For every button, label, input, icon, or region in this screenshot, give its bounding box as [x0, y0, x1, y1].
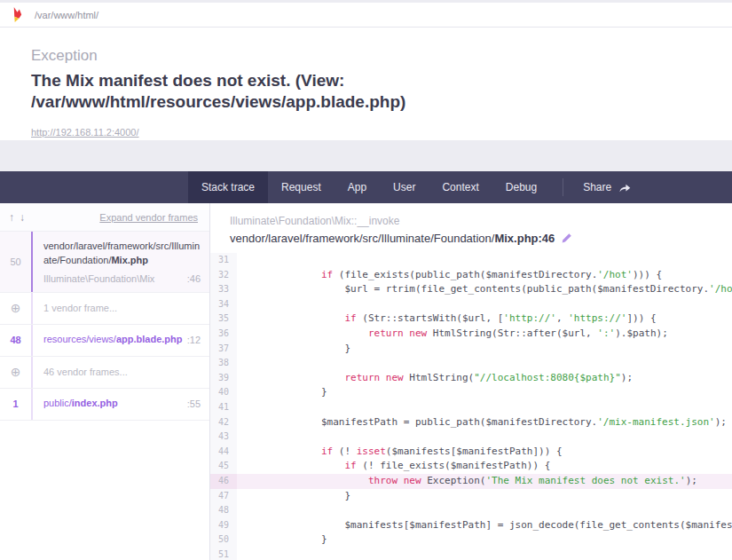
- code-line: 35 if (Str::startsWith($url, ['http://',…: [210, 312, 732, 327]
- expand-plus-icon[interactable]: ⊕: [11, 366, 21, 378]
- app-header: /var/www/html/: [0, 3, 732, 28]
- line-number: 42: [210, 415, 237, 430]
- code-viewer: 3132 if (file_exists(public_path($manife…: [210, 253, 732, 560]
- code-text: return new HtmlString(Str::after($url, '…: [237, 327, 732, 342]
- line-number: 38: [210, 356, 237, 371]
- code-line: 47 }: [210, 489, 732, 504]
- code-line: 37 }: [210, 342, 732, 357]
- app-path: /var/www/html/: [35, 10, 98, 20]
- code-text: if (! isset($manifests[$manifestPath])) …: [237, 445, 732, 460]
- code-line: 42 $manifestPath = public_path($manifest…: [210, 415, 732, 430]
- frame-line-number: :46: [187, 273, 201, 284]
- frame-file-path: public/index.php: [43, 397, 118, 411]
- code-text: return new HtmlString("//localhost:8080{…: [237, 371, 732, 386]
- line-number: 41: [210, 400, 237, 415]
- tab-request[interactable]: Request: [268, 171, 335, 203]
- line-number: 33: [210, 282, 237, 297]
- line-number: 47: [210, 489, 237, 504]
- line-number: 49: [210, 518, 237, 533]
- next-frame-arrow-icon[interactable]: ↓: [20, 211, 25, 224]
- frame-method-name: Illuminate\Foundation\Mix::__invoke: [230, 215, 714, 227]
- frame-file-path: vendor/laravel/framework/src/Illuminate/…: [230, 232, 714, 245]
- code-line: 48: [210, 503, 732, 518]
- code-text: [237, 503, 732, 518]
- nav-divider: [563, 178, 563, 196]
- expand-vendor-frames-link[interactable]: Expand vendor frames: [99, 212, 198, 223]
- tab-stack-trace[interactable]: Stack trace: [188, 171, 268, 203]
- stack-frame[interactable]: 1public/index.php:55: [0, 389, 209, 421]
- frame-class-name: Illuminate\Foundation\Mix: [43, 273, 154, 284]
- line-number: 31: [210, 253, 237, 268]
- code-line: 44 if (! isset($manifests[$manifestPath]…: [210, 445, 732, 460]
- line-number: 39: [210, 371, 237, 386]
- code-line: 33 $url = rtrim(file_get_contents(public…: [210, 282, 732, 297]
- code-text: [237, 548, 732, 560]
- request-url-link[interactable]: http://192.168.11.2:4000/: [31, 127, 139, 138]
- tab-list: Stack traceRequestAppUserContextDebug: [188, 171, 550, 203]
- expand-plus-icon[interactable]: ⊕: [11, 302, 21, 314]
- line-number: 48: [210, 503, 237, 518]
- code-line: 45 if (! file_exists($manifestPath)) {: [210, 459, 732, 474]
- tab-user[interactable]: User: [380, 171, 429, 203]
- tab-app[interactable]: App: [335, 171, 380, 203]
- vendor-frames-toggle[interactable]: ⊕46 vendor frames...: [0, 357, 209, 389]
- line-number: 36: [210, 327, 237, 342]
- code-line: 46 throw new Exception('The Mix manifest…: [210, 474, 732, 489]
- code-text: }: [237, 532, 732, 548]
- frame-body: public/index.php:55: [31, 389, 209, 420]
- line-number: 37: [210, 342, 237, 357]
- file-path-prefix: vendor/laravel/framework/src/Illuminate/…: [230, 232, 494, 245]
- code-line: 50 }: [210, 532, 732, 548]
- code-text: $manifestPath = public_path($manifestDir…: [237, 415, 732, 430]
- code-header: Illuminate\Foundation\Mix::__invoke vend…: [210, 203, 732, 253]
- code-text: }: [237, 385, 732, 400]
- code-text: throw new Exception('The Mix manifest do…: [237, 474, 732, 489]
- frame-body: resources/views/app.blade.php:12: [31, 325, 209, 356]
- vendor-frames-label: 1 vendor frame...: [43, 303, 201, 313]
- code-text: [237, 430, 732, 445]
- frame-number: ⊕: [0, 293, 31, 324]
- tab-bar: Stack traceRequestAppUserContextDebug Sh…: [0, 171, 732, 203]
- vendor-frames-label: 46 vendor frames...: [43, 367, 201, 377]
- line-number: 50: [210, 532, 237, 548]
- code-line: 51: [210, 548, 732, 560]
- frame-line-number: :55: [187, 398, 201, 409]
- frame-number: 1: [0, 389, 31, 420]
- stack-frame-list: 50vendor/laravel/framework/src/Illuminat…: [0, 232, 209, 421]
- code-text: $url = rtrim(file_get_contents(public_pa…: [237, 282, 732, 297]
- frame-body: 46 vendor frames...: [31, 357, 209, 388]
- share-button[interactable]: Share: [572, 171, 641, 203]
- line-number: 44: [210, 445, 237, 460]
- ignition-flame-icon: [11, 6, 24, 23]
- edit-pencil-icon[interactable]: [561, 233, 572, 244]
- frame-number: 50: [0, 232, 31, 292]
- file-name: Mix.php:46: [494, 232, 555, 245]
- tab-context[interactable]: Context: [429, 171, 492, 203]
- code-text: $manifests[$manifestPath] = json_decode(…: [237, 518, 732, 533]
- line-number: 40: [210, 385, 237, 400]
- frame-meta: Illuminate\Foundation\Mix:46: [43, 273, 201, 284]
- share-arrow-icon: [618, 182, 631, 193]
- code-line: 41: [210, 400, 732, 415]
- line-number: 35: [210, 312, 237, 327]
- exception-class-label: Exception: [31, 47, 701, 65]
- code-line: 38: [210, 356, 732, 371]
- vendor-frames-toggle[interactable]: ⊕1 vendor frame...: [0, 293, 209, 325]
- stack-frame[interactable]: 48resources/views/app.blade.php:12: [0, 325, 209, 357]
- code-line: 39 return new HtmlString("//localhost:80…: [210, 371, 732, 386]
- tab-debug[interactable]: Debug: [492, 171, 550, 203]
- code-line: 31: [210, 253, 732, 268]
- line-number: 32: [210, 268, 237, 283]
- stack-frames-sidebar: ↑ ↓ Expand vendor frames 50vendor/larave…: [0, 203, 210, 560]
- frame-file-path: vendor/laravel/framework/src/Illuminate/…: [43, 240, 201, 268]
- code-text: }: [237, 489, 732, 504]
- frame-number: ⊕: [0, 357, 31, 388]
- main-content: ↑ ↓ Expand vendor frames 50vendor/larave…: [0, 203, 732, 560]
- code-line: 43: [210, 430, 732, 445]
- stack-frame[interactable]: 50vendor/laravel/framework/src/Illuminat…: [0, 232, 209, 293]
- frame-file-path: resources/views/app.blade.php: [43, 333, 182, 347]
- previous-frame-arrow-icon[interactable]: ↑: [9, 211, 14, 224]
- frame-body: 1 vendor frame...: [31, 293, 209, 324]
- code-line: 40 }: [210, 385, 732, 400]
- line-number: 43: [210, 430, 237, 445]
